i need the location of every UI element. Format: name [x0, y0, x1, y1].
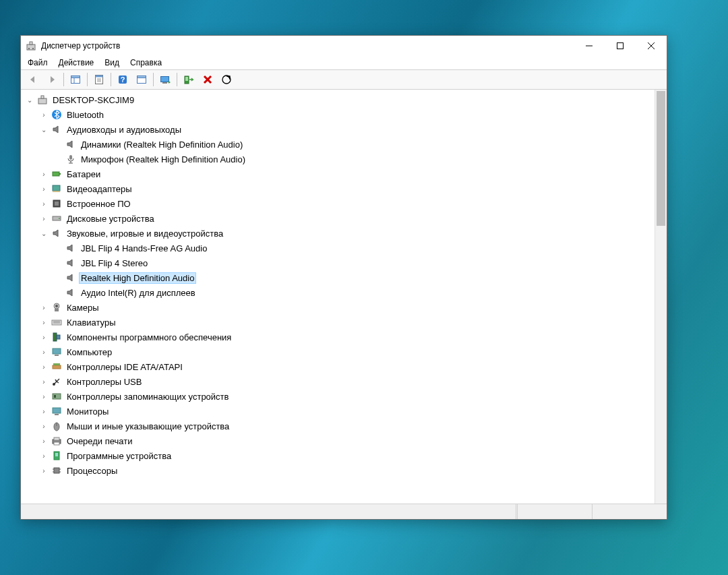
chevron-right-icon[interactable]: ›: [39, 406, 49, 416]
chevron-right-icon[interactable]: ›: [39, 421, 49, 431]
chevron-right-icon[interactable]: ›: [39, 436, 49, 446]
vertical-scrollbar[interactable]: [655, 90, 667, 504]
properties-button[interactable]: [90, 71, 108, 88]
chevron-right-icon[interactable]: ›: [39, 303, 49, 312]
tree-item-sound[interactable]: ⌄Звуковые, игровые и видеоустройства: [35, 226, 655, 241]
svg-rect-34: [59, 173, 61, 175]
svg-rect-57: [53, 394, 61, 399]
menu-action[interactable]: Действие: [53, 57, 100, 69]
maximize-button[interactable]: [605, 36, 636, 56]
tree-item-storage-controllers[interactable]: ›Контроллеры запоминающих устройств: [35, 389, 655, 404]
disk-drive-icon: [51, 213, 63, 224]
close-button[interactable]: [636, 36, 667, 56]
chevron-right-icon[interactable]: ›: [39, 377, 49, 386]
minimize-button[interactable]: [574, 36, 605, 56]
forward-button[interactable]: [43, 71, 61, 88]
microphone-icon: [65, 154, 77, 164]
tree-item-firmware[interactable]: ›Встроенное ПО: [35, 196, 655, 211]
action-button[interactable]: [133, 71, 150, 88]
enable-device-button[interactable]: [180, 71, 198, 88]
menu-help[interactable]: Справка: [125, 57, 167, 69]
firmware-icon: [51, 198, 63, 209]
tree-root[interactable]: ⌄ DESKTOP-SKCJIM9: [21, 92, 655, 107]
chevron-right-icon[interactable]: ›: [39, 110, 49, 119]
tree-item-computer[interactable]: ›Компьютер: [35, 344, 655, 359]
chevron-down-icon[interactable]: ⌄: [39, 125, 49, 134]
tree-item-software-components[interactable]: ›Компоненты программного обеспечения: [35, 330, 655, 344]
svg-rect-51: [53, 365, 61, 369]
svg-point-40: [59, 218, 60, 219]
scrollbar-thumb[interactable]: [657, 91, 665, 226]
chevron-right-icon[interactable]: ›: [39, 184, 49, 193]
chevron-right-icon[interactable]: ›: [39, 466, 49, 475]
help-button[interactable]: ?: [114, 71, 131, 88]
svg-rect-12: [96, 75, 103, 78]
chevron-right-icon[interactable]: ›: [39, 214, 49, 223]
tree-item-speakers[interactable]: Динамики (Realtek High Definition Audio): [49, 137, 655, 152]
svg-rect-9: [71, 76, 80, 78]
menu-view[interactable]: Вид: [99, 57, 125, 69]
chevron-right-icon[interactable]: ›: [39, 317, 49, 327]
tree-item-video-adapters[interactable]: ›Видеоадаптеры: [35, 181, 655, 196]
tree-item-realtek[interactable]: Realtek High Definition Audio: [49, 270, 655, 285]
chevron-right-icon[interactable]: ›: [39, 362, 49, 371]
svg-point-26: [222, 75, 231, 84]
computer-icon: [36, 94, 49, 105]
tree-item-jbl-stereo[interactable]: JBL Flip 4 Stereo: [49, 255, 655, 270]
storage-controller-icon: [51, 391, 63, 402]
chevron-right-icon[interactable]: ›: [39, 332, 49, 342]
tree-item-keyboards[interactable]: ›Клавиатуры: [35, 315, 655, 330]
svg-text:?: ?: [121, 75, 125, 84]
tree-item-audio-io[interactable]: ⌄Аудиовходы и аудиовыходы: [35, 122, 655, 137]
update-driver-button[interactable]: [156, 71, 174, 88]
tree-item-ide[interactable]: ›Контроллеры IDE ATA/ATAPI: [35, 359, 655, 374]
scan-hardware-button[interactable]: [218, 71, 235, 88]
tree-item-bluetooth[interactable]: ›Bluetooth: [35, 107, 655, 122]
tree-item-processors[interactable]: ›Процессоры: [35, 463, 655, 478]
tree-item-cameras[interactable]: ›Камеры: [35, 300, 655, 315]
tree-item-jbl-ag[interactable]: JBL Flip 4 Hands-Free AG Audio: [49, 241, 655, 255]
tree-item-microphone[interactable]: Микрофон (Realtek High Definition Audio): [49, 152, 655, 167]
tree-item-usb[interactable]: ›Контроллеры USB: [35, 374, 655, 389]
chevron-right-icon[interactable]: ›: [39, 392, 49, 401]
svg-rect-43: [55, 309, 59, 311]
svg-rect-58: [54, 395, 56, 398]
monitor-icon: [51, 346, 63, 357]
monitor-icon: [51, 406, 63, 417]
svg-rect-21: [162, 82, 167, 84]
window-title: Диспетчер устройств: [41, 41, 574, 51]
tree-item-monitors[interactable]: ›Мониторы: [35, 404, 655, 419]
uninstall-device-button[interactable]: [199, 71, 216, 88]
svg-rect-68: [54, 468, 59, 473]
menu-file[interactable]: Файл: [22, 57, 53, 69]
chevron-down-icon[interactable]: ⌄: [25, 95, 34, 104]
tree-item-batteries[interactable]: ›Батареи: [35, 167, 655, 181]
chevron-right-icon[interactable]: ›: [39, 347, 49, 357]
device-tree[interactable]: ⌄ DESKTOP-SKCJIM9 ›Bluetooth ⌄Аудиовходы…: [21, 90, 655, 504]
svg-rect-65: [54, 442, 59, 445]
svg-rect-5: [617, 43, 624, 49]
chevron-right-icon[interactable]: ›: [39, 451, 49, 460]
tree-item-disk-drives[interactable]: ›Дисковые устройства: [35, 211, 655, 226]
desktop-background: Диспетчер устройств Файл Действие Вид Сп…: [0, 0, 728, 575]
chevron-right-icon[interactable]: ›: [39, 169, 49, 179]
back-button[interactable]: [24, 71, 42, 88]
svg-rect-60: [55, 414, 59, 415]
svg-rect-19: [138, 76, 146, 78]
titlebar[interactable]: Диспетчер устройств: [21, 36, 667, 56]
statusbar: [21, 504, 667, 519]
tree-item-intel-audio[interactable]: Аудио Intel(R) для дисплеев: [49, 285, 655, 300]
show-hide-tree-button[interactable]: [67, 71, 84, 88]
tree-item-print-queues[interactable]: ›Очереди печати: [35, 433, 655, 448]
chevron-right-icon[interactable]: ›: [39, 199, 49, 208]
speaker-icon: [65, 258, 77, 268]
usb-icon: [51, 376, 63, 387]
root-label: DESKTOP-SKCJIM9: [51, 94, 136, 106]
tree-item-mice[interactable]: ›Мыши и иные указывающие устройства: [35, 419, 655, 433]
tree-item-software-devices[interactable]: ›Программные устройства: [35, 448, 655, 463]
battery-icon: [51, 169, 63, 179]
chevron-down-icon[interactable]: ⌄: [39, 229, 49, 238]
svg-rect-3: [32, 48, 34, 49]
svg-rect-27: [38, 98, 47, 104]
svg-rect-38: [55, 202, 59, 206]
